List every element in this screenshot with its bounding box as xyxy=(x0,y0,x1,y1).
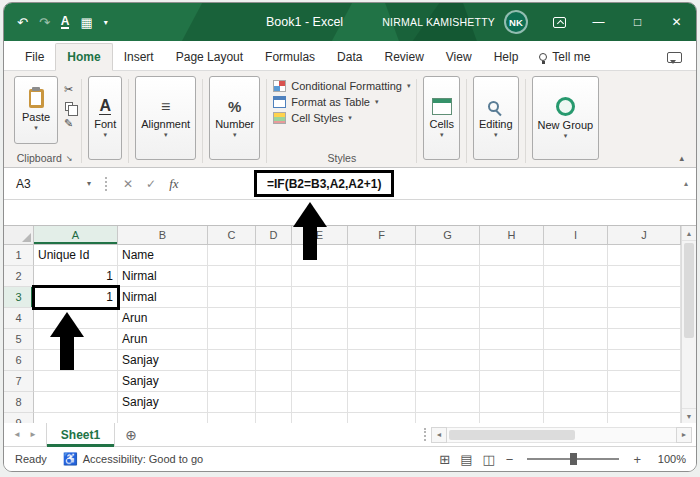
column-header-f[interactable]: F xyxy=(348,226,416,244)
cell[interactable] xyxy=(544,350,608,371)
cells-button[interactable]: Cells ▾ xyxy=(423,76,459,160)
row-header[interactable]: 5 xyxy=(4,329,34,350)
cell[interactable] xyxy=(348,413,416,423)
paste-button[interactable]: Paste ▾ xyxy=(14,76,58,144)
conditional-formatting-button[interactable]: Conditional Formatting ▾ xyxy=(273,80,410,92)
page-layout-view-icon[interactable]: ▤ xyxy=(460,452,472,467)
column-header-g[interactable]: G xyxy=(416,226,480,244)
font-button[interactable]: A Font ▾ xyxy=(88,76,122,160)
enter-icon[interactable]: ✓ xyxy=(146,177,156,191)
cell[interactable] xyxy=(348,392,416,413)
column-header-j[interactable]: J xyxy=(608,226,681,244)
horizontal-scrollbar[interactable]: ◄ ► xyxy=(424,426,692,443)
tab-insert[interactable]: Insert xyxy=(113,44,165,70)
expand-formula-bar-icon[interactable]: ▴ xyxy=(684,179,688,188)
scroll-right-icon[interactable]: ► xyxy=(676,427,692,443)
cell[interactable] xyxy=(348,308,416,329)
row-header[interactable]: 9 xyxy=(4,413,34,423)
scroll-down-icon[interactable]: ▼ xyxy=(682,408,696,423)
scrollbar-splitter[interactable] xyxy=(424,428,426,441)
cell[interactable] xyxy=(416,413,480,423)
cell[interactable] xyxy=(208,371,256,392)
cell[interactable] xyxy=(348,371,416,392)
cell[interactable] xyxy=(292,371,348,392)
row-header[interactable]: 7 xyxy=(4,371,34,392)
cell[interactable] xyxy=(544,266,608,287)
cell[interactable] xyxy=(256,350,292,371)
cell[interactable] xyxy=(256,413,292,423)
cell[interactable] xyxy=(348,287,416,308)
number-button[interactable]: % Number ▾ xyxy=(209,76,260,160)
cell-b9[interactable] xyxy=(118,413,208,423)
cell[interactable] xyxy=(292,308,348,329)
zoom-in-icon[interactable]: + xyxy=(633,452,641,467)
zoom-level[interactable]: 100% xyxy=(652,453,686,465)
cell[interactable] xyxy=(608,287,681,308)
copy-icon[interactable] xyxy=(65,102,73,111)
cell[interactable] xyxy=(416,350,480,371)
select-all-corner[interactable] xyxy=(4,226,34,244)
comments-icon[interactable] xyxy=(667,52,682,63)
tab-data[interactable]: Data xyxy=(326,44,373,70)
cell[interactable] xyxy=(608,329,681,350)
cell[interactable] xyxy=(256,329,292,350)
cut-icon[interactable]: ✂ xyxy=(64,83,73,96)
cell-b6[interactable]: Sanjay xyxy=(118,350,208,371)
new-group-button[interactable]: New Group ▾ xyxy=(532,76,600,160)
tab-review[interactable]: Review xyxy=(373,44,434,70)
column-header-a[interactable]: A xyxy=(34,226,118,244)
tab-file[interactable]: File xyxy=(14,44,55,70)
tab-page-layout[interactable]: Page Layout xyxy=(165,44,254,70)
name-box-splitter[interactable] xyxy=(105,177,107,191)
cell[interactable] xyxy=(348,350,416,371)
row-header[interactable]: 8 xyxy=(4,392,34,413)
cell[interactable] xyxy=(480,287,544,308)
cell[interactable] xyxy=(544,392,608,413)
cell[interactable] xyxy=(292,413,348,423)
collapse-ribbon-icon[interactable]: ▴ xyxy=(679,153,684,163)
cell-b5[interactable]: Arun xyxy=(118,329,208,350)
account-area[interactable]: NIRMAL KAMISHETTY NK xyxy=(382,10,528,34)
cell[interactable] xyxy=(416,287,480,308)
column-header-h[interactable]: H xyxy=(480,226,544,244)
row-header[interactable]: 6 xyxy=(4,350,34,371)
zoom-slider-thumb[interactable] xyxy=(570,453,577,465)
vertical-scroll-thumb[interactable] xyxy=(684,243,694,338)
table-icon[interactable]: ▦ xyxy=(80,15,92,30)
cell[interactable] xyxy=(208,413,256,423)
cell[interactable] xyxy=(208,287,256,308)
redo-icon[interactable]: ↷ xyxy=(39,15,50,30)
name-box[interactable]: A3 ▾ xyxy=(4,177,99,191)
cell[interactable] xyxy=(480,266,544,287)
horizontal-scroll-track[interactable] xyxy=(447,427,676,443)
tab-view[interactable]: View xyxy=(435,44,483,70)
cell[interactable] xyxy=(480,371,544,392)
cell[interactable] xyxy=(256,245,292,266)
cell[interactable] xyxy=(292,350,348,371)
cell-b8[interactable]: Sanjay xyxy=(118,392,208,413)
qat-dropdown-icon[interactable]: ▾ xyxy=(104,18,108,27)
cell[interactable] xyxy=(480,329,544,350)
cell[interactable] xyxy=(416,329,480,350)
avatar[interactable]: NK xyxy=(504,10,528,34)
cell[interactable] xyxy=(608,413,681,423)
cell-b2[interactable]: Nirmal xyxy=(118,266,208,287)
dialog-launcher-icon[interactable]: ↘ xyxy=(66,154,73,163)
cell[interactable] xyxy=(480,350,544,371)
cell[interactable] xyxy=(544,287,608,308)
cell[interactable] xyxy=(544,371,608,392)
cell[interactable] xyxy=(416,266,480,287)
cell-a7[interactable] xyxy=(34,371,118,392)
cell[interactable] xyxy=(608,350,681,371)
scroll-left-icon[interactable]: ◄ xyxy=(431,427,447,443)
vertical-scroll-track[interactable] xyxy=(682,241,696,408)
row-header[interactable]: 2 xyxy=(4,266,34,287)
scroll-up-icon[interactable]: ▲ xyxy=(682,226,696,241)
sheet-nav-left-icon[interactable]: ◄ xyxy=(13,430,21,439)
sheet-tab-sheet1[interactable]: Sheet1 xyxy=(46,423,115,447)
cell[interactable] xyxy=(608,392,681,413)
cell-b1[interactable]: Name xyxy=(118,245,208,266)
cell[interactable] xyxy=(256,371,292,392)
cell[interactable] xyxy=(208,266,256,287)
row-header[interactable]: 1 xyxy=(4,245,34,266)
